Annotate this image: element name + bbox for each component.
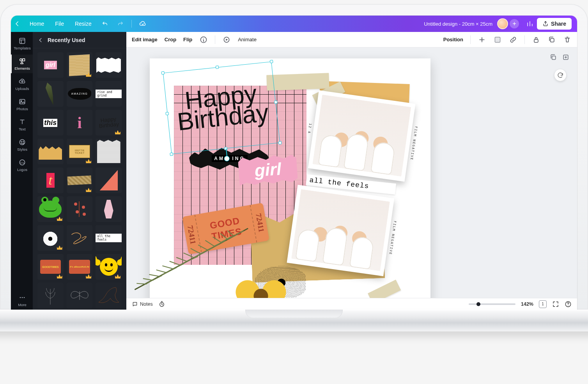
info-icon[interactable] — [199, 35, 208, 44]
side-rail: Templates Elements Uploads Photos — [11, 32, 33, 310]
share-button[interactable]: Share — [537, 18, 572, 30]
element-thumb-happy-birthday[interactable]: HappyBirthday — [96, 110, 122, 136]
rail-label: Templates — [14, 46, 30, 50]
insights-icon[interactable] — [523, 16, 537, 32]
lock-icon[interactable] — [532, 35, 540, 44]
element-thumb-leaf[interactable] — [37, 81, 64, 107]
element-thumb-newspaper[interactable] — [96, 139, 122, 164]
element-thumb-swallow[interactable] — [96, 283, 122, 308]
svg-rect-3 — [19, 99, 25, 104]
laptop-base — [0, 310, 588, 376]
rail-text[interactable]: Text — [11, 115, 33, 134]
divider — [470, 35, 471, 44]
notes-button[interactable]: Notes — [132, 301, 153, 307]
rail-uploads[interactable]: Uploads — [11, 75, 33, 93]
animate-button[interactable]: Animate — [238, 36, 257, 43]
element-thumb-letter-t[interactable]: t — [37, 167, 64, 193]
element-thumb-torn-beige[interactable] — [37, 139, 64, 164]
document-title[interactable]: Untitled design - 20cm × 25cm — [424, 21, 492, 27]
element-thumb-vase[interactable] — [96, 196, 122, 222]
bottom-bar: Notes 142% 1 — [126, 298, 577, 310]
element-thumb-label-rise[interactable]: rise and grind — [96, 81, 122, 107]
back-button[interactable] — [11, 16, 23, 32]
element-thumb-torn-white[interactable] — [96, 52, 122, 78]
artboard[interactable]: FILM NEGATIVE 12 A all the feels FILM NE… — [150, 58, 430, 298]
svg-point-6 — [21, 141, 22, 142]
element-thumb-scribble[interactable] — [67, 225, 93, 251]
nav-file[interactable]: File — [50, 16, 69, 32]
link-icon[interactable] — [509, 35, 517, 44]
reset-view-button[interactable] — [554, 69, 566, 81]
redo-button[interactable] — [113, 16, 128, 32]
element-thumb-music-paper[interactable] — [67, 52, 93, 78]
position-button[interactable]: Position — [443, 36, 463, 43]
rail-styles[interactable]: Styles — [11, 136, 33, 154]
rail-label: Photos — [16, 107, 28, 111]
rail-photos[interactable]: Photos — [11, 95, 33, 114]
add-page-icon[interactable] — [561, 53, 570, 62]
element-thumb-frog[interactable] — [37, 196, 64, 222]
element-thumb-botanical[interactable] — [37, 283, 64, 308]
panel-back-button[interactable] — [37, 37, 44, 43]
trash-icon[interactable] — [563, 35, 572, 44]
rail-logos[interactable]: CO₂ Logos — [11, 156, 33, 174]
nav-resize[interactable]: Resize — [70, 16, 96, 32]
polaroid-bottom[interactable]: FILM NEGATIVE — [287, 185, 395, 277]
element-thumb-i[interactable]: i — [67, 110, 93, 136]
fullscreen-icon[interactable] — [552, 301, 559, 308]
rail-more[interactable]: More — [11, 291, 33, 310]
element-thumb-girl[interactable]: girl — [37, 52, 64, 78]
crop-button[interactable]: Crop — [165, 36, 176, 43]
polaroid-tape — [368, 280, 401, 298]
svg-rect-0 — [19, 38, 25, 43]
flip-button[interactable]: Flip — [183, 36, 192, 43]
add-collaborator-button[interactable]: + — [510, 19, 519, 28]
divider — [131, 20, 132, 28]
canvas-area[interactable]: FILM NEGATIVE 12 A all the feels FILM NE… — [126, 48, 577, 298]
rail-templates[interactable]: Templates — [11, 34, 33, 53]
element-thumb-ticket-good-times[interactable]: GOODTIMES — [37, 254, 64, 280]
premium-icon — [115, 130, 120, 134]
edit-image-button[interactable]: Edit image — [132, 36, 158, 43]
undo-button[interactable] — [98, 16, 112, 32]
laptop-frame: Home File Resize Untitled design - 20c — [0, 4, 588, 376]
element-thumb-ticket-beautiful[interactable]: It's aBeautifulLife — [67, 254, 93, 280]
elements-panel: Recently Used girl AMAZING rise and grin… — [33, 32, 126, 310]
element-thumb-tape[interactable] — [67, 167, 93, 193]
page-indicator[interactable]: 1 — [539, 300, 547, 308]
svg-point-12 — [22, 297, 23, 298]
rail-label: Elements — [14, 66, 30, 70]
duplicate-icon[interactable] — [547, 35, 556, 44]
element-thumb-this[interactable]: this — [37, 110, 64, 136]
element-thumb-keep-ticket[interactable]: KEEP THETICKET — [67, 139, 93, 164]
element-thumb-emoji-thumbs[interactable] — [96, 254, 122, 280]
element-thumb-label-feels[interactable]: all the feels — [96, 225, 122, 251]
app-topbar: Home File Resize Untitled design - 20c — [11, 16, 577, 32]
element-thumb-triangle[interactable] — [96, 167, 122, 193]
cloud-sync-icon[interactable] — [136, 16, 150, 32]
thumb-text: AMAZING — [71, 92, 88, 95]
zoom-value[interactable]: 142% — [521, 301, 533, 307]
element-thumb-branch[interactable] — [67, 196, 93, 222]
nav-home[interactable]: Home — [25, 16, 49, 32]
animate-icon[interactable] — [222, 35, 231, 44]
thumb-text: rise and grind — [96, 90, 122, 98]
collage-happy-birthday[interactable]: HappyBirthday — [161, 56, 283, 157]
svg-rect-16 — [495, 37, 500, 42]
help-icon[interactable] — [565, 301, 572, 308]
element-thumb-amazing[interactable]: AMAZING — [67, 81, 93, 107]
effects-icon[interactable] — [478, 35, 486, 44]
svg-point-11 — [20, 297, 21, 298]
zoom-slider[interactable] — [469, 303, 515, 305]
element-thumb-eye[interactable] — [37, 225, 64, 251]
polaroid-top[interactable]: FILM NEGATIVE 12 A — [308, 90, 416, 182]
transparency-icon[interactable] — [493, 35, 502, 44]
rail-elements[interactable]: Elements — [11, 55, 33, 73]
premium-icon — [86, 274, 91, 278]
duplicate-page-icon[interactable] — [549, 53, 558, 62]
user-avatar[interactable] — [497, 18, 508, 29]
element-thumb-moth[interactable] — [67, 283, 93, 308]
panel-grid[interactable]: girl AMAZING rise and grind this i Happy… — [33, 48, 126, 310]
timer-icon[interactable] — [158, 301, 165, 308]
collage-flower[interactable] — [228, 277, 294, 298]
